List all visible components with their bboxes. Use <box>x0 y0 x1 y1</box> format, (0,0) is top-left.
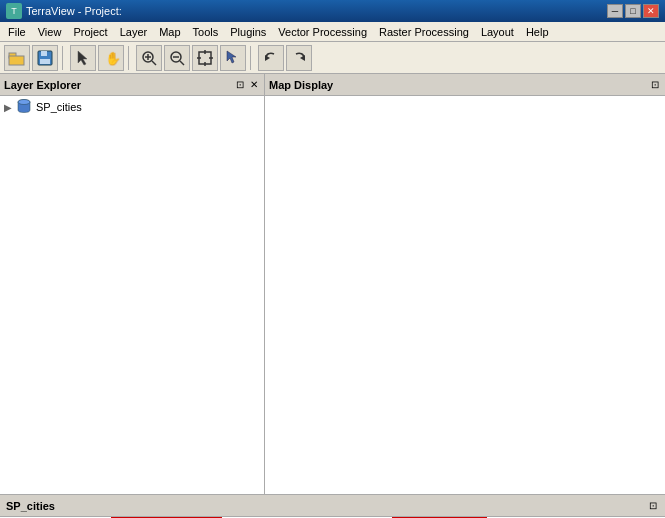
menu-layout[interactable]: Layout <box>475 24 520 40</box>
open-button[interactable] <box>4 45 30 71</box>
window-controls[interactable]: ─ □ ✕ <box>607 4 659 18</box>
pan-tool-button[interactable]: ✋ <box>98 45 124 71</box>
layer-explorer-title: Layer Explorer <box>4 79 81 91</box>
menu-layer[interactable]: Layer <box>114 24 154 40</box>
maximize-button[interactable]: □ <box>625 4 641 18</box>
menu-bar: File View Project Layer Map Tools Plugin… <box>0 22 665 42</box>
svg-rect-1 <box>9 56 24 65</box>
menu-help[interactable]: Help <box>520 24 555 40</box>
title-bar: T TerraView - Project: ─ □ ✕ <box>0 0 665 22</box>
menu-vector-processing[interactable]: Vector Processing <box>272 24 373 40</box>
layer-explorer-content: ▶ SP_cities <box>0 96 264 494</box>
menu-view[interactable]: View <box>32 24 68 40</box>
layer-explorer-close-button[interactable]: ✕ <box>248 79 260 90</box>
menu-tools[interactable]: Tools <box>187 24 225 40</box>
svg-rect-3 <box>41 51 47 56</box>
menu-raster-processing[interactable]: Raster Processing <box>373 24 475 40</box>
close-button[interactable]: ✕ <box>643 4 659 18</box>
layer-explorer-header: Layer Explorer ⊡ ✕ <box>0 74 264 96</box>
map-display-title: Map Display <box>269 79 333 91</box>
menu-project[interactable]: Project <box>67 24 113 40</box>
layer-explorer-float-button[interactable]: ⊡ <box>234 79 246 90</box>
undo-button[interactable] <box>258 45 284 71</box>
zoom-extent-button[interactable] <box>192 45 218 71</box>
map-panel-controls[interactable]: ⊡ <box>649 79 661 90</box>
svg-marker-5 <box>78 51 87 65</box>
bottom-table-area: SP_cities ⊡ FID SPRAREA SPRPERIMET SPRRP… <box>0 494 665 518</box>
svg-marker-20 <box>265 55 270 61</box>
window-title: TerraView - Project: <box>26 5 122 17</box>
left-panel: Layer Explorer ⊡ ✕ ▶ SP_cities <box>0 74 265 494</box>
svg-text:✋: ✋ <box>105 50 120 67</box>
table-title: SP_cities <box>6 500 55 512</box>
table-float-button[interactable]: ⊡ <box>647 500 659 511</box>
menu-plugins[interactable]: Plugins <box>224 24 272 40</box>
svg-marker-19 <box>227 51 236 63</box>
map-display-area[interactable] <box>265 96 665 494</box>
zoom-out-button[interactable] <box>164 45 190 71</box>
toolbar-separator-1 <box>62 46 66 70</box>
toolbar-separator-2 <box>128 46 132 70</box>
app-icon: T <box>6 3 22 19</box>
svg-line-8 <box>152 61 156 65</box>
minimize-button[interactable]: ─ <box>607 4 623 18</box>
panel-controls[interactable]: ⊡ ✕ <box>234 79 260 90</box>
zoom-in-button[interactable] <box>136 45 162 71</box>
svg-line-12 <box>180 61 184 65</box>
redo-button[interactable] <box>286 45 312 71</box>
svg-point-23 <box>18 100 30 105</box>
main-layout: Layer Explorer ⊡ ✕ ▶ SP_cities Map Displ… <box>0 74 665 494</box>
expand-icon: ▶ <box>4 102 12 113</box>
menu-file[interactable]: File <box>2 24 32 40</box>
table-header-bar: SP_cities ⊡ <box>0 495 665 517</box>
save-button[interactable] <box>32 45 58 71</box>
menu-map[interactable]: Map <box>153 24 186 40</box>
toolbar-separator-3 <box>250 46 254 70</box>
table-controls[interactable]: ⊡ <box>647 500 659 511</box>
layer-item-sp-cities[interactable]: ▶ SP_cities <box>0 96 264 118</box>
layer-icon-database <box>16 98 32 116</box>
svg-rect-4 <box>40 59 50 64</box>
map-display-header: Map Display ⊡ <box>265 74 665 96</box>
layer-item-label: SP_cities <box>36 101 82 113</box>
right-panel: Map Display ⊡ <box>265 74 665 494</box>
select-button[interactable] <box>220 45 246 71</box>
map-float-button[interactable]: ⊡ <box>649 79 661 90</box>
arrow-tool-button[interactable] <box>70 45 96 71</box>
toolbar: ✋ <box>0 42 665 74</box>
svg-marker-21 <box>300 55 305 61</box>
